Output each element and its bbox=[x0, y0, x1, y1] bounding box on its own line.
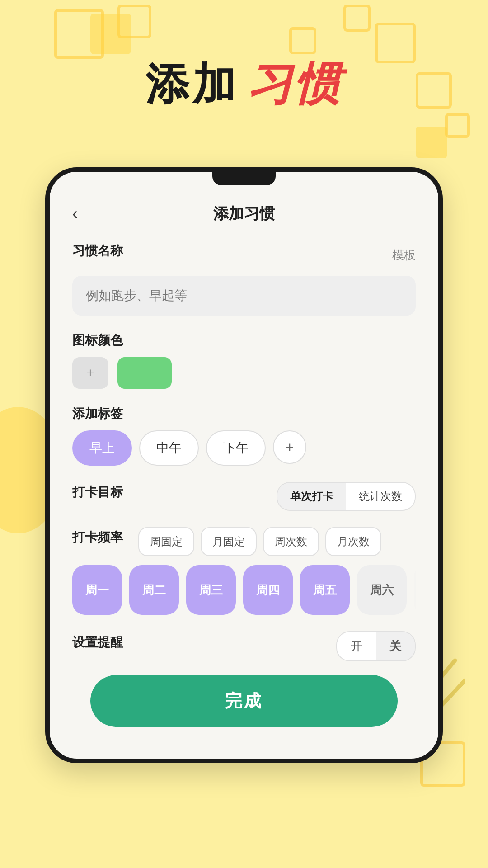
count-checkin-btn[interactable]: 统计次数 bbox=[346, 483, 415, 510]
nav-title: 添加习惯 bbox=[213, 203, 275, 224]
phone-mockup: ‹ 添加习惯 习惯名称 模板 图标颜色 + 添加标签 早上 中午 下午 bbox=[45, 167, 443, 763]
deco-filled2 bbox=[416, 127, 447, 158]
deco-filled1 bbox=[90, 14, 131, 54]
template-link[interactable]: 模板 bbox=[392, 247, 416, 263]
checkin-goal-label: 打卡目标 bbox=[72, 484, 123, 501]
header-red-text: 习惯 bbox=[247, 54, 343, 115]
tag-afternoon[interactable]: 下午 bbox=[206, 430, 266, 466]
color-row: + bbox=[72, 357, 416, 389]
tag-label: 添加标签 bbox=[72, 405, 416, 422]
tag-section: 添加标签 早上 中午 下午 + bbox=[72, 405, 416, 466]
color-swatch-green[interactable] bbox=[117, 357, 172, 389]
frequency-section: 打卡频率 周固定 月固定 周次数 月次数 周一 周二 周三 周四 周五 周六 周… bbox=[72, 527, 416, 615]
checkin-goal-section: 打卡目标 单次打卡 统计次数 bbox=[72, 482, 416, 511]
week-fixed-btn[interactable]: 周固定 bbox=[138, 527, 194, 556]
tag-morning[interactable]: 早上 bbox=[72, 430, 132, 466]
weekday-wed[interactable]: 周三 bbox=[186, 565, 236, 615]
weekday-sun[interactable]: 周日 bbox=[414, 565, 416, 615]
deco-sq6 bbox=[445, 113, 470, 138]
plus-icon: + bbox=[86, 365, 94, 381]
add-tag-button[interactable]: + bbox=[273, 430, 306, 464]
habit-name-row: 习惯名称 模板 bbox=[72, 242, 416, 268]
weekday-mon[interactable]: 周一 bbox=[72, 565, 122, 615]
habit-name-label: 习惯名称 bbox=[72, 242, 123, 259]
habit-name-input[interactable] bbox=[72, 276, 416, 316]
page-header: 添加 习惯 bbox=[0, 54, 488, 115]
deco-sq1 bbox=[54, 9, 104, 59]
tag-noon[interactable]: 中午 bbox=[139, 430, 199, 466]
weekday-thu[interactable]: 周四 bbox=[243, 565, 293, 615]
header-black-text: 添加 bbox=[145, 56, 239, 114]
checkin-goal-toggle: 单次打卡 统计次数 bbox=[277, 482, 416, 511]
deco-sq4 bbox=[343, 5, 371, 32]
reminder-off-btn[interactable]: 关 bbox=[376, 632, 415, 660]
frequency-label: 打卡频率 bbox=[72, 529, 123, 546]
week-count-btn[interactable]: 周次数 bbox=[263, 527, 319, 556]
nav-bar: ‹ 添加习惯 bbox=[72, 203, 416, 224]
weekday-row: 周一 周二 周三 周四 周五 周六 周日 bbox=[72, 565, 416, 615]
add-color-button[interactable]: + bbox=[72, 357, 108, 389]
deco-sq2 bbox=[117, 5, 151, 38]
month-fixed-btn[interactable]: 月固定 bbox=[201, 527, 257, 556]
icon-color-section: 图标颜色 + bbox=[72, 332, 416, 389]
back-button[interactable]: ‹ bbox=[72, 204, 78, 223]
phone-content: ‹ 添加习惯 习惯名称 模板 图标颜色 + 添加标签 早上 中午 下午 bbox=[50, 185, 438, 741]
freq-options-row: 打卡频率 周固定 月固定 周次数 月次数 bbox=[72, 527, 416, 556]
weekday-tue[interactable]: 周二 bbox=[129, 565, 179, 615]
tag-row: 早上 中午 下午 + bbox=[72, 430, 416, 466]
weekday-sat[interactable]: 周六 bbox=[357, 565, 407, 615]
reminder-toggle: 开 关 bbox=[336, 631, 416, 661]
month-count-btn[interactable]: 月次数 bbox=[325, 527, 381, 556]
phone-notch bbox=[212, 172, 276, 185]
single-checkin-btn[interactable]: 单次打卡 bbox=[277, 483, 346, 510]
reminder-section: 设置提醒 开 关 bbox=[72, 631, 416, 661]
weekday-fri[interactable]: 周五 bbox=[300, 565, 350, 615]
reminder-on-btn[interactable]: 开 bbox=[337, 632, 376, 660]
reminder-row: 设置提醒 开 关 bbox=[72, 631, 416, 661]
icon-color-label: 图标颜色 bbox=[72, 332, 416, 349]
deco-sq9 bbox=[289, 27, 316, 54]
goal-row: 打卡目标 单次打卡 统计次数 bbox=[72, 482, 416, 511]
complete-button[interactable]: 完成 bbox=[90, 675, 398, 727]
reminder-label: 设置提醒 bbox=[72, 634, 123, 651]
